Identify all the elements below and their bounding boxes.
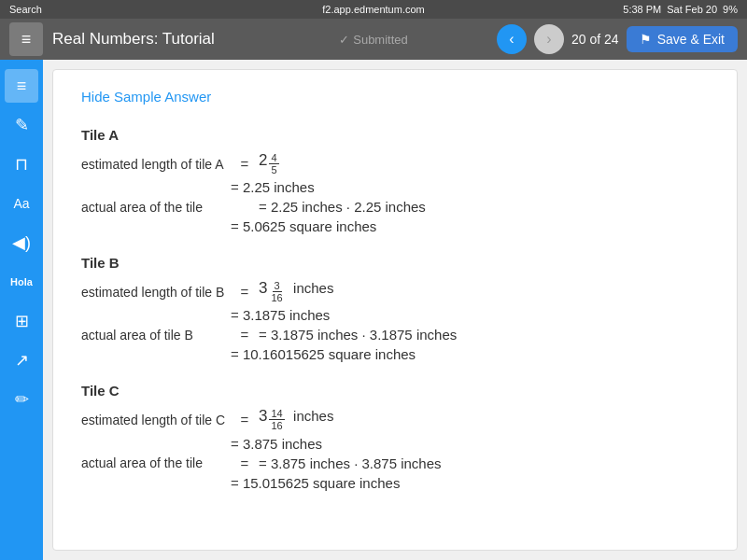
- page-title: Real Numbers: Tutorial: [52, 30, 215, 49]
- tile-c-fraction: 14 16: [269, 408, 284, 431]
- url-label: f2.app.edmentum.com: [322, 4, 424, 15]
- status-bar-right: 5:38 PM Sat Feb 20 9%: [623, 4, 738, 15]
- tile-a-fraction: 4 5: [269, 152, 278, 175]
- hide-sample-answer-link[interactable]: Hide Sample Answer: [81, 89, 211, 105]
- sidebar-text-icon[interactable]: Aa: [5, 187, 38, 220]
- tile-a-decimal-line: = 2.25 inches: [81, 179, 709, 195]
- content-area: Hide Sample Answer Tile A estimated leng…: [52, 69, 738, 551]
- header-center: ✓ Submitted: [339, 33, 408, 47]
- sidebar-audio-icon[interactable]: ◀): [5, 226, 38, 259]
- battery-label: 9%: [723, 4, 738, 15]
- tile-b-est-label: estimated length of tile B: [81, 285, 231, 300]
- header-left: ≡ Real Numbers: Tutorial: [9, 22, 215, 56]
- tile-b-actual-label: actual area of tile B: [81, 328, 231, 343]
- status-bar-center: f2.app.edmentum.com: [322, 4, 424, 15]
- tile-c-title: Tile C: [81, 383, 709, 399]
- sidebar-edit-icon[interactable]: ✎: [5, 108, 38, 142]
- tile-c-actual-mult-line: actual area of the tile = = 3.875 inches…: [81, 455, 709, 471]
- tile-a-est-line: estimated length of tile A = 2 4 5: [81, 152, 709, 175]
- tile-a-result-line: = 5.0625 square inches: [81, 218, 709, 234]
- tile-c-actual-label: actual area of the tile: [81, 455, 231, 470]
- tile-c-decimal-value: = 3.875 inches: [231, 436, 322, 452]
- sidebar-grid-icon[interactable]: ⊞: [5, 304, 38, 338]
- tile-b-decimal-value: = 3.1875 inches: [231, 307, 330, 323]
- tile-a-title: Tile A: [81, 127, 709, 143]
- tile-b-est-line: estimated length of tile B = 3 3 16 inch…: [81, 280, 709, 303]
- tile-b-mixed-number: 3 3 16: [259, 280, 286, 303]
- tile-c-actual-eq: =: [231, 455, 259, 471]
- tile-c-actual-mult: = 3.875 inches · 3.875 inches: [259, 455, 442, 471]
- tile-a-est-label: estimated length of tile A: [81, 157, 231, 172]
- submitted-label: Submitted: [353, 33, 408, 47]
- sidebar-chart-icon[interactable]: ↗: [5, 343, 38, 377]
- tile-b-denominator: 16: [269, 292, 284, 303]
- save-exit-label: Save & Exit: [657, 32, 725, 47]
- sidebar-menu-icon[interactable]: ≡: [5, 69, 38, 103]
- status-bar: Search f2.app.edmentum.com 5:38 PM Sat F…: [0, 0, 747, 19]
- tile-c-mixed-number: 3 14 16: [259, 408, 286, 431]
- tile-c-denominator: 16: [269, 420, 284, 431]
- flag-icon: ⚑: [640, 32, 652, 47]
- tile-c-int: 3: [259, 408, 267, 424]
- main-layout: ≡ ✎ ⊓ Aa ◀) Hola ⊞ ↗ ✏ Hide Sample Answe…: [0, 60, 747, 560]
- tile-c-est-line: estimated length of tile C = 3 14 16 inc…: [81, 408, 709, 431]
- header-right: ‹ › 20 of 24 ⚑ Save & Exit: [497, 24, 738, 54]
- sidebar-folder-icon[interactable]: ⊓: [5, 147, 38, 181]
- tile-b-divider: [81, 366, 709, 375]
- tile-a-int: 2: [259, 152, 267, 168]
- tile-a-numerator: 4: [269, 152, 278, 164]
- tile-b-fraction: 3 16: [269, 280, 284, 303]
- tile-c-decimal-line: = 3.875 inches: [81, 436, 709, 452]
- tile-b-decimal-line: = 3.1875 inches: [81, 307, 709, 323]
- tile-b-unit: inches: [293, 280, 333, 296]
- submitted-badge: ✓ Submitted: [339, 33, 408, 47]
- save-exit-button[interactable]: ⚑ Save & Exit: [627, 26, 738, 52]
- tile-b-actual-mult-line: actual area of tile B = = 3.1875 inches …: [81, 327, 709, 343]
- tile-a-actual-mult: = 2.25 inches · 2.25 inches: [259, 199, 426, 215]
- tile-b-int: 3: [259, 280, 267, 296]
- tile-c-est-label: estimated length of tile C: [81, 413, 231, 427]
- tile-b-est-eq: =: [231, 284, 259, 300]
- next-button[interactable]: ›: [534, 24, 564, 54]
- tile-a-decimal-value: = 2.25 inches: [231, 179, 315, 195]
- tile-b-result-line: = 10.16015625 square inches: [81, 346, 709, 362]
- tile-a-denominator: 5: [269, 164, 278, 175]
- tile-b-actual-mult: = 3.1875 inches · 3.1875 inches: [259, 327, 457, 343]
- status-bar-left: Search: [9, 4, 42, 15]
- page-info: 20 of 24: [571, 32, 619, 47]
- app-header: ≡ Real Numbers: Tutorial ✓ Submitted ‹ ›…: [0, 19, 747, 60]
- tile-b-title: Tile B: [81, 255, 709, 271]
- tile-b-est-fraction: 3 3 16 inches: [259, 280, 333, 303]
- search-label[interactable]: Search: [9, 4, 42, 15]
- sidebar: ≡ ✎ ⊓ Aa ◀) Hola ⊞ ↗ ✏: [0, 60, 43, 560]
- tile-c-numerator: 14: [269, 408, 284, 420]
- prev-button[interactable]: ‹: [497, 24, 527, 54]
- tile-a-actual-label: actual area of the tile: [81, 200, 231, 215]
- tile-c-est-fraction: 3 14 16 inches: [259, 408, 333, 431]
- check-icon: ✓: [339, 33, 349, 47]
- tile-c-est-eq: =: [231, 412, 259, 427]
- tile-a-divider: [81, 238, 709, 247]
- sidebar-translate-icon[interactable]: Hola: [5, 265, 38, 299]
- tile-c-unit: inches: [293, 408, 333, 424]
- tile-a-est-fraction: 2 4 5: [259, 152, 280, 175]
- tile-c-result: = 15.015625 square inches: [231, 475, 400, 491]
- tile-a-mixed-number: 2 4 5: [259, 152, 280, 175]
- tile-a-actual-mult-line: actual area of the tile = 2.25 inches · …: [81, 199, 709, 215]
- tile-a-est-eq: =: [231, 156, 259, 172]
- menu-icon[interactable]: ≡: [9, 22, 43, 56]
- sidebar-pen-icon[interactable]: ✏: [5, 383, 38, 416]
- tile-c-result-line: = 15.015625 square inches: [81, 475, 709, 491]
- tile-a-result: = 5.0625 square inches: [231, 218, 376, 234]
- tile-b-numerator: 3: [273, 280, 282, 292]
- tile-b-actual-eq: =: [231, 327, 259, 343]
- date-label: Sat Feb 20: [667, 4, 717, 15]
- tile-b-result: = 10.16015625 square inches: [231, 346, 416, 362]
- time-label: 5:38 PM: [623, 4, 661, 15]
